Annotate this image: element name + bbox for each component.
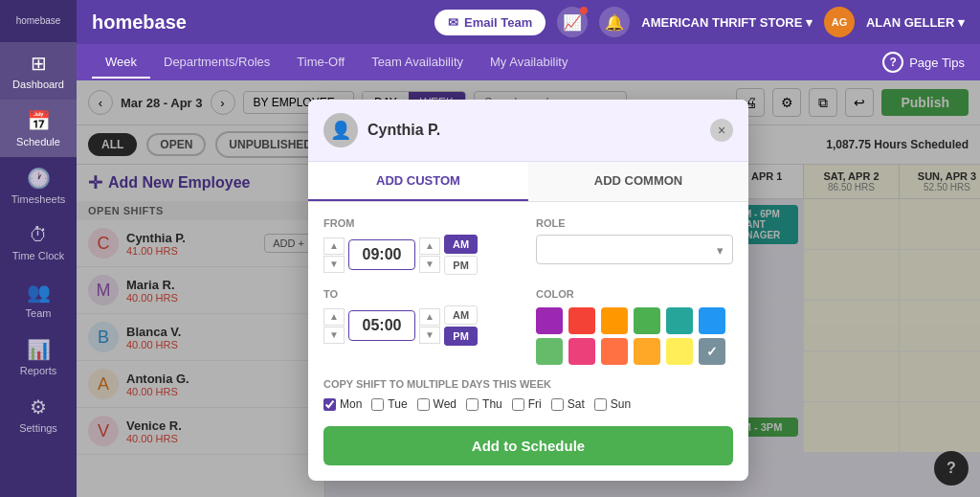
tab-add-custom[interactable]: ADD CUSTOM [308, 162, 528, 201]
color-light-green[interactable] [536, 338, 563, 365]
sidebar-item-label: Reports [20, 365, 57, 376]
sidebar-item-team[interactable]: 👥 Team [0, 271, 77, 328]
modal-overlay[interactable]: 👤 Cynthia P. × ADD CUSTOM ADD COMMON FRO… [77, 80, 980, 497]
from-am-button[interactable]: AM [444, 235, 478, 254]
from-stepper: ▲ ▼ [323, 237, 345, 273]
day-checkbox-sat[interactable] [551, 398, 564, 411]
day-check-sun[interactable]: Sun [594, 397, 631, 411]
sidebar-item-dashboard[interactable]: ⊞ Dashboard [0, 42, 77, 100]
top-nav: homebase ✉ Email Team 📈 🔔 AMERICAN THRIF… [77, 0, 980, 44]
settings-icon: ⚙ [30, 395, 47, 418]
page-tips-label: Page Tips [909, 56, 965, 70]
color-amber[interactable] [634, 338, 660, 365]
sidebar-item-reports[interactable]: 📊 Reports [0, 328, 77, 386]
days-row: Mon Tue Wed Thu [323, 397, 733, 411]
sidebar-item-label: Timesheets [11, 193, 65, 205]
app-logo: homebase [0, 0, 77, 42]
sidebar-item-settings[interactable]: ⚙ Settings [0, 386, 77, 443]
from-time-row: ▲ ▼ 09:00 ▲ ▼ AM [323, 235, 521, 275]
store-name[interactable]: AMERICAN THRIFT STORE ▾ [641, 15, 813, 30]
to-pm-button[interactable]: PM [444, 327, 478, 346]
to-time-down[interactable]: ▼ [419, 327, 440, 344]
brand-name: homebase [92, 11, 187, 34]
day-check-mon[interactable]: Mon [323, 397, 362, 411]
to-decrement[interactable]: ▼ [323, 327, 345, 344]
subnav-team-availability[interactable]: Team Availability [358, 47, 477, 79]
from-time-display: 09:00 [348, 239, 415, 270]
to-am-button[interactable]: AM [444, 305, 478, 325]
day-checkbox-fri[interactable] [512, 398, 524, 411]
team-icon: 👥 [27, 281, 51, 304]
add-to-schedule-button[interactable]: Add to Schedule [323, 426, 733, 465]
day-checkbox-tue[interactable] [371, 398, 384, 411]
timeclock-icon: ⏱ [29, 224, 48, 246]
day-check-thu[interactable]: Thu [466, 397, 502, 411]
email-team-button[interactable]: ✉ Email Team [434, 10, 546, 35]
schedule-icon: 📅 [27, 109, 51, 132]
day-checkbox-wed[interactable] [417, 398, 430, 411]
user-avatar: AG [824, 7, 855, 37]
color-green[interactable] [634, 307, 660, 334]
color-grid [536, 307, 733, 365]
to-stepper: ▲ ▼ [323, 308, 345, 344]
from-time-down[interactable]: ▼ [419, 256, 440, 273]
modal-header: 👤 Cynthia P. × [308, 100, 748, 162]
to-increment[interactable]: ▲ [323, 308, 345, 326]
user-name[interactable]: ALAN GELLER ▾ [866, 15, 965, 30]
sidebar-item-schedule[interactable]: 📅 Schedule [0, 100, 77, 157]
from-ampm: AM PM [444, 235, 478, 275]
main-content: homebase ✉ Email Team 📈 🔔 AMERICAN THRIF… [77, 0, 980, 497]
page-tips-button[interactable]: ? Page Tips [882, 52, 965, 73]
time-row: FROM ▲ ▼ 09:00 ▲ ▼ [323, 217, 733, 275]
day-check-fri[interactable]: Fri [512, 397, 542, 411]
modal-tabs: ADD CUSTOM ADD COMMON [308, 162, 748, 202]
from-increment[interactable]: ▲ [323, 237, 345, 255]
subnav-my-availability[interactable]: My Availability [477, 47, 581, 79]
color-deep-orange[interactable] [601, 338, 628, 365]
day-checkbox-thu[interactable] [466, 398, 479, 411]
color-label: COLOR [536, 288, 733, 300]
from-label: FROM [323, 217, 521, 229]
from-group: FROM ▲ ▼ 09:00 ▲ ▼ [323, 217, 521, 275]
sidebar-item-timeclock[interactable]: ⏱ Time Clock [0, 215, 77, 271]
role-select[interactable] [536, 235, 733, 264]
day-checkbox-sun[interactable] [594, 398, 607, 411]
color-blue[interactable] [699, 307, 725, 334]
subnav-departments[interactable]: Departments/Roles [150, 47, 283, 79]
to-time-up[interactable]: ▲ [419, 308, 440, 326]
day-check-tue[interactable]: Tue [371, 397, 407, 411]
sidebar-item-label: Dashboard [12, 79, 64, 90]
role-group: ROLE [536, 217, 733, 275]
reports-icon: 📊 [27, 338, 51, 361]
sidebar-item-timesheets[interactable]: 🕐 Timesheets [0, 157, 77, 215]
role-label: ROLE [536, 217, 733, 229]
color-purple[interactable] [536, 307, 563, 334]
subnav-timeoff[interactable]: Time-Off [283, 47, 358, 79]
copy-days-section: COPY SHIFT TO MULTIPLE DAYS THIS WEEK Mo… [323, 378, 733, 411]
modal-close-button[interactable]: × [710, 119, 733, 142]
from-time-up[interactable]: ▲ [419, 237, 440, 255]
color-yellow[interactable] [666, 338, 693, 365]
color-row-2 [536, 338, 733, 365]
modal-avatar: 👤 [323, 113, 358, 147]
day-check-sat[interactable]: Sat [551, 397, 585, 411]
color-teal[interactable] [666, 307, 693, 334]
from-pm-button[interactable]: PM [444, 256, 478, 275]
from-time-stepper-right: ▲ ▼ [419, 237, 440, 273]
schedule-area: ‹ Mar 28 - Apr 3 › BY EMPLOYEE ▾ DAY WEE… [77, 80, 980, 497]
tab-add-common[interactable]: ADD COMMON [528, 162, 748, 201]
copy-days-label: COPY SHIFT TO MULTIPLE DAYS THIS WEEK [323, 378, 733, 390]
color-group: COLOR [536, 288, 733, 365]
dashboard-icon: ⊞ [31, 52, 47, 75]
sub-nav: Week Departments/Roles Time-Off Team Ava… [77, 44, 980, 80]
day-checkbox-mon[interactable] [323, 398, 336, 411]
color-red[interactable] [568, 307, 595, 334]
from-decrement[interactable]: ▼ [323, 256, 345, 273]
color-orange[interactable] [601, 307, 628, 334]
subnav-week[interactable]: Week [92, 47, 150, 79]
to-time-stepper-right: ▲ ▼ [419, 308, 440, 344]
day-check-wed[interactable]: Wed [417, 397, 457, 411]
color-blue-grey[interactable] [699, 338, 725, 365]
bell-icon[interactable]: 🔔 [599, 7, 630, 37]
color-pink[interactable] [568, 338, 595, 365]
